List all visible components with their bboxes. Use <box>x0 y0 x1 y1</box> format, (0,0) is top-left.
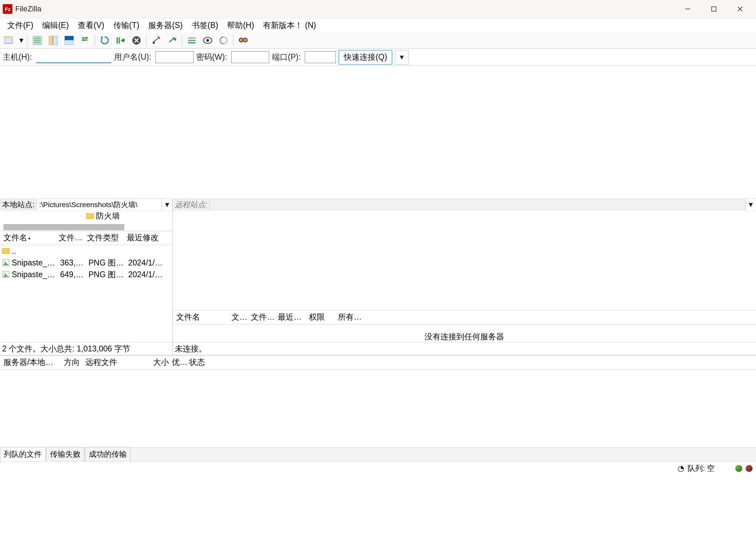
app-icon <box>3 4 12 14</box>
qcol-pri[interactable]: 优… <box>170 357 188 368</box>
cell-size: 363,… <box>60 258 88 268</box>
maximize-button[interactable] <box>701 0 727 18</box>
qcol-remote[interactable]: 远程文件 <box>84 357 150 368</box>
sync-browse-button[interactable] <box>216 34 231 47</box>
cell-size: 649,… <box>60 270 88 279</box>
queue-columns: 服务器/本地… 方向 远程文件 大小 优… 状态 <box>0 356 756 370</box>
svg-rect-7 <box>10 36 12 38</box>
queue-status-text: 队列: 空 <box>688 463 715 474</box>
quickconnect-history-dropdown[interactable]: ▾ <box>395 50 409 65</box>
image-file-icon <box>2 259 10 267</box>
minimize-button[interactable] <box>674 0 701 18</box>
col-name[interactable]: 文件名 <box>175 312 230 322</box>
svg-rect-5 <box>5 36 7 38</box>
local-rows[interactable]: .. Snipaste_… 363,… PNG 图… 2024/1/… Snip… <box>0 245 172 342</box>
svg-point-22 <box>206 39 209 42</box>
reconnect-button[interactable] <box>164 34 180 47</box>
col-size[interactable]: 文… <box>230 312 249 322</box>
local-tree-scrollbar[interactable] <box>3 224 124 230</box>
site-manager-dropdown[interactable]: ▾ <box>18 34 25 47</box>
svg-rect-4 <box>4 37 12 43</box>
toggle-log-button[interactable] <box>30 34 45 47</box>
col-perm[interactable]: 权限 <box>308 312 337 322</box>
svg-rect-6 <box>8 36 10 38</box>
username-input[interactable] <box>155 51 193 63</box>
refresh-button[interactable] <box>97 34 112 47</box>
site-manager-button[interactable] <box>2 34 17 47</box>
filter-button[interactable] <box>184 34 199 47</box>
col-name[interactable]: 文件名 <box>2 232 57 243</box>
local-tree[interactable]: 防火墙 <box>0 211 172 231</box>
svg-rect-1 <box>712 7 716 11</box>
local-site-label: 本地站点: <box>0 199 37 210</box>
local-site-path[interactable]: :\Pictures\Screenshots\防火墙\ <box>37 199 162 210</box>
tab-failed[interactable]: 传输失败 <box>46 447 84 461</box>
tab-queued[interactable]: 列队的文件 <box>0 447 46 461</box>
list-item[interactable]: .. <box>0 245 172 257</box>
tab-succeeded[interactable]: 成功的传输 <box>85 447 131 461</box>
search-button[interactable] <box>236 34 251 47</box>
toggle-remotetree-button[interactable] <box>62 34 77 47</box>
col-size[interactable]: 文件… <box>57 232 86 243</box>
close-button[interactable] <box>727 0 753 18</box>
svg-point-28 <box>4 261 6 263</box>
svg-rect-12 <box>49 36 53 45</box>
local-site-bar: 本地站点: :\Pictures\Screenshots\防火墙\ ▾ <box>0 199 172 211</box>
titlebar: FileZilla <box>0 0 756 18</box>
image-file-icon <box>2 271 10 278</box>
qcol-server[interactable]: 服务器/本地… <box>2 357 63 368</box>
disconnect-button[interactable] <box>149 34 164 47</box>
col-owner[interactable]: 所有… <box>337 312 363 322</box>
process-queue-button[interactable] <box>113 34 128 47</box>
qcol-status[interactable]: 状态 <box>188 357 206 368</box>
quickconnect-button[interactable]: 快速连接(Q) <box>339 50 392 65</box>
qcol-dir[interactable]: 方向 <box>63 357 84 368</box>
cell-name: Snipaste_… <box>12 270 60 279</box>
svg-rect-14 <box>65 36 74 40</box>
remote-site-label: 远程站点: <box>173 199 210 210</box>
col-modified[interactable]: 最近… <box>276 312 308 322</box>
queue-body[interactable] <box>0 370 756 447</box>
port-label: 端口(P): <box>272 52 301 62</box>
toggle-queue-button[interactable] <box>77 34 93 47</box>
cancel-button[interactable] <box>129 34 144 47</box>
col-type[interactable]: 文件… <box>249 312 276 322</box>
remote-site-path[interactable] <box>210 199 746 210</box>
remote-not-connected-msg: 没有连接到任何服务器 <box>425 331 504 342</box>
password-input[interactable] <box>231 51 269 63</box>
compare-button[interactable] <box>200 34 215 47</box>
local-status: 2 个文件。大小总共: 1,013,006 字节 <box>0 342 172 355</box>
message-log[interactable] <box>0 66 756 199</box>
svg-point-30 <box>4 273 6 274</box>
col-type[interactable]: 文件类型 <box>86 232 125 243</box>
svg-rect-13 <box>53 36 58 45</box>
toggle-localtree-button[interactable] <box>46 34 61 47</box>
list-item[interactable]: Snipaste_… 363,… PNG 图… 2024/1/… <box>0 257 172 269</box>
menu-newversion[interactable]: 有新版本！ (N) <box>258 19 320 32</box>
port-input[interactable] <box>305 51 336 63</box>
list-item[interactable]: Snipaste_… 649,… PNG 图… 2024/1/… <box>0 269 172 280</box>
remote-site-dropdown[interactable]: ▾ <box>746 200 756 209</box>
menu-edit[interactable]: 编辑(E) <box>38 19 73 32</box>
local-site-dropdown[interactable]: ▾ <box>162 200 172 209</box>
parent-dir: .. <box>12 246 64 256</box>
menu-file[interactable]: 文件(F) <box>3 19 38 32</box>
remote-file-list: 文件名 文… 文件… 最近… 权限 所有… 没有连接到任何服务器 <box>173 311 756 342</box>
remote-tree[interactable] <box>173 211 756 311</box>
local-pane: 本地站点: :\Pictures\Screenshots\防火墙\ ▾ 防火墙 … <box>0 199 173 355</box>
remote-pane: 远程站点: ▾ 文件名 文… 文件… 最近… 权限 所有… 没有连接到任何服务器… <box>173 199 756 355</box>
menu-view[interactable]: 查看(V) <box>73 19 109 32</box>
remote-rows[interactable]: 没有连接到任何服务器 <box>173 325 756 342</box>
folder-icon <box>86 213 94 219</box>
svg-rect-15 <box>65 40 74 45</box>
qcol-size[interactable]: 大小 <box>150 357 170 368</box>
menu-bookmark[interactable]: 书签(B) <box>187 19 223 32</box>
remote-columns: 文件名 文… 文件… 最近… 权限 所有… <box>173 311 756 325</box>
menu-transfer[interactable]: 传输(T) <box>109 19 144 32</box>
local-tree-folder[interactable]: 防火墙 <box>86 211 120 221</box>
toolbar: ▾ <box>0 32 756 49</box>
menu-server[interactable]: 服务器(S) <box>144 19 187 32</box>
menu-help[interactable]: 帮助(H) <box>223 19 258 32</box>
host-input[interactable] <box>36 51 111 63</box>
col-modified[interactable]: 最近修改 <box>125 232 160 243</box>
